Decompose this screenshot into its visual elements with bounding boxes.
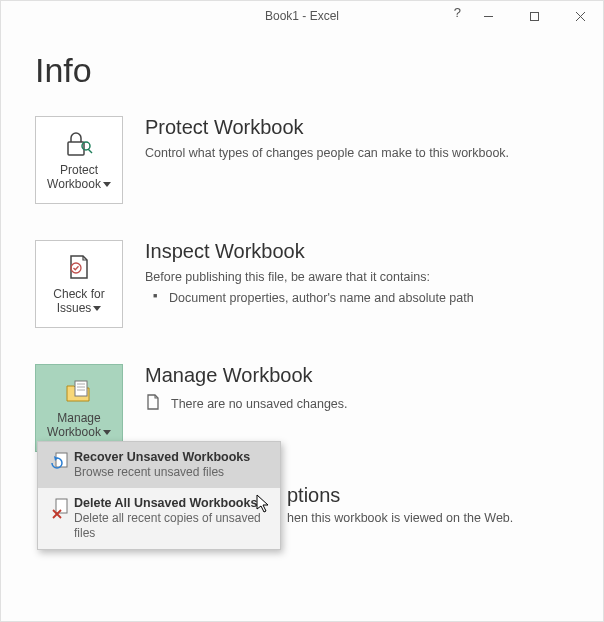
minimize-button[interactable] <box>465 1 511 31</box>
protect-workbook-button[interactable]: Protect Workbook <box>35 116 123 204</box>
protect-section: Protect Workbook Protect Workbook Contro… <box>35 116 573 204</box>
svg-rect-17 <box>56 499 67 513</box>
inspect-issues-list: Document properties, author's name and a… <box>145 291 573 305</box>
menuitem-desc: Delete all recent copies of unsaved file… <box>74 511 270 541</box>
manage-body: Manage Workbook There are no unsaved cha… <box>145 364 573 414</box>
browser-heading-fragment: ptions <box>287 484 587 507</box>
manage-workbook-menu: Recover Unsaved Workbooks Browse recent … <box>37 441 281 550</box>
recover-icon <box>48 450 74 473</box>
title-bar: Book1 - Excel ? <box>1 1 603 31</box>
browser-view-section: ptions hen this workbook is viewed on th… <box>287 484 587 525</box>
protect-heading: Protect Workbook <box>145 116 573 139</box>
manage-status-row: There are no unsaved changes. <box>145 393 573 414</box>
page-title: Info <box>35 51 573 90</box>
protect-desc: Control what types of changes people can… <box>145 145 573 163</box>
check-for-issues-button[interactable]: Check for Issues <box>35 240 123 328</box>
cursor-icon <box>256 494 272 518</box>
svg-point-8 <box>71 263 81 273</box>
chevron-down-icon <box>103 425 111 439</box>
close-button[interactable] <box>557 1 603 31</box>
delete-unsaved-menuitem[interactable]: Delete All Unsaved Workbooks Delete all … <box>38 488 280 549</box>
document-small-icon <box>145 393 161 414</box>
chevron-down-icon <box>93 301 101 315</box>
tile-label: Check for Issues <box>53 287 104 316</box>
backstage-window: Book1 - Excel ? Info <box>0 0 604 622</box>
inspect-desc: Before publishing this file, be aware th… <box>145 269 573 287</box>
delete-icon <box>48 496 74 519</box>
help-icon[interactable]: ? <box>454 5 461 20</box>
protect-body: Protect Workbook Control what types of c… <box>145 116 573 163</box>
manage-heading: Manage Workbook <box>145 364 573 387</box>
maximize-button[interactable] <box>511 1 557 31</box>
svg-rect-10 <box>75 381 87 396</box>
menuitem-desc: Browse recent unsaved files <box>74 465 270 480</box>
browser-desc-fragment: hen this workbook is viewed on the Web. <box>287 511 587 525</box>
svg-marker-9 <box>93 306 101 311</box>
inspect-issue-item: Document properties, author's name and a… <box>145 291 573 305</box>
svg-rect-4 <box>68 142 84 155</box>
manage-section: Manage Workbook Manage Workbook There ar… <box>35 364 573 452</box>
svg-marker-7 <box>103 182 111 187</box>
tile-label: Manage Workbook <box>47 411 111 440</box>
menuitem-title: Recover Unsaved Workbooks <box>74 450 270 464</box>
manage-workbook-button[interactable]: Manage Workbook <box>35 364 123 452</box>
window-controls <box>465 1 603 31</box>
chevron-down-icon <box>103 177 111 191</box>
recover-unsaved-menuitem[interactable]: Recover Unsaved Workbooks Browse recent … <box>38 442 280 488</box>
svg-marker-14 <box>103 430 111 435</box>
info-page: Info Protect Workbook Protect <box>1 31 603 452</box>
inspect-heading: Inspect Workbook <box>145 240 573 263</box>
manage-status-text: There are no unsaved changes. <box>171 397 348 411</box>
tile-label: Protect Workbook <box>47 163 111 192</box>
lock-key-icon <box>64 127 94 161</box>
svg-rect-1 <box>530 12 538 20</box>
inspect-section: Check for Issues Inspect Workbook Before… <box>35 240 573 328</box>
svg-line-6 <box>88 149 92 153</box>
menuitem-title: Delete All Unsaved Workbooks <box>74 496 270 510</box>
folder-document-icon <box>64 375 94 409</box>
window-title: Book1 - Excel <box>265 9 339 23</box>
inspect-body: Inspect Workbook Before publishing this … <box>145 240 573 305</box>
document-check-icon <box>65 251 93 285</box>
